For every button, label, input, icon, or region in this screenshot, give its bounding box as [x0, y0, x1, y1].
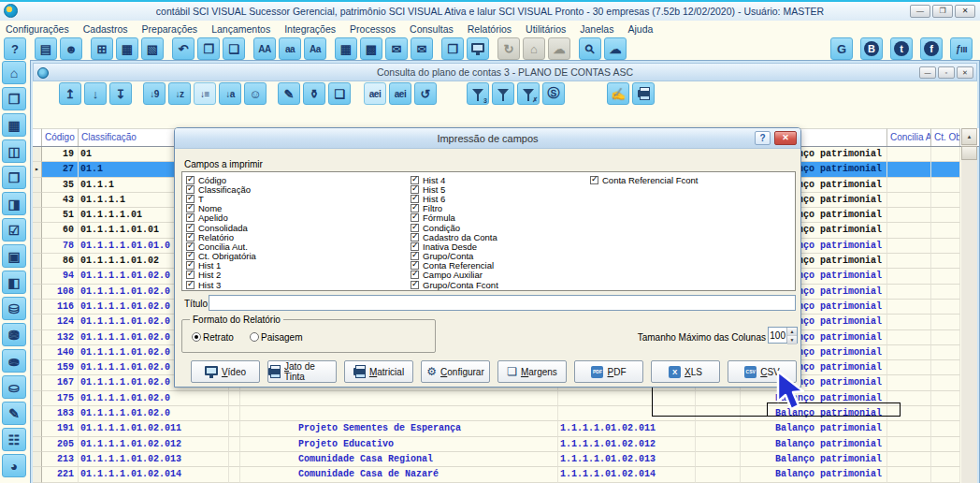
menu-cadastros[interactable]: Cadastros — [83, 23, 128, 35]
print-preview-button[interactable]: ▤ — [35, 37, 57, 60]
accent-on-button[interactable]: aei — [364, 82, 386, 105]
column-header-gutter[interactable] — [33, 128, 42, 146]
move-bottom-button[interactable]: ↧ — [109, 82, 132, 105]
field-checkbox-item[interactable]: Condição — [411, 223, 498, 232]
sort-numeric-button[interactable]: ↓9 — [143, 82, 166, 105]
column-header-code[interactable]: Código — [42, 128, 79, 146]
company-check-button[interactable]: ☑ — [2, 218, 26, 242]
field-checkbox-item[interactable]: Hist 6 — [411, 194, 498, 203]
report-edit-button[interactable]: ✍ — [607, 82, 629, 105]
stepper-up-icon[interactable]: ▲ — [787, 328, 797, 336]
menu-integracoes[interactable]: Integrações — [284, 23, 336, 35]
piggy-edit-button[interactable]: ✎ — [2, 402, 26, 425]
mail-send-button[interactable]: ✉ — [411, 37, 433, 60]
smiley-button[interactable]: ☺ — [244, 82, 267, 105]
field-checkbox-item[interactable]: Conta Referencial — [411, 261, 498, 271]
stepper-down-icon[interactable]: ▼ — [787, 336, 797, 344]
scroll-up-button[interactable]: ▲ — [961, 128, 977, 145]
table-row[interactable]: 21301.1.1.1.01.02.013Comunidade Casa Reg… — [33, 452, 979, 467]
field-checkbox-item[interactable]: Grupo/Conta — [411, 252, 498, 261]
help-button[interactable]: ? — [4, 37, 26, 60]
field-checkbox-item[interactable]: Código — [186, 175, 256, 184]
column-header-required[interactable]: Ct. Ob — [931, 128, 960, 146]
field-checkbox-item[interactable]: Hist 1 — [186, 261, 256, 271]
menu-ajuda[interactable]: Ajuda — [627, 23, 653, 35]
accent-off-button[interactable]: aei — [389, 82, 411, 105]
table-row[interactable]: 20501.1.1.1.01.02.012Projeto Educativo1.… — [33, 437, 979, 452]
checkbox-checked-icon[interactable] — [590, 176, 598, 184]
audit-button[interactable]: ☻ — [60, 37, 82, 60]
undo-button[interactable]: ↶ — [172, 37, 195, 60]
piggy-coin-button[interactable]: ⛀ — [2, 375, 26, 399]
titulo-input[interactable] — [209, 295, 796, 311]
paste-button[interactable]: ❏ — [223, 37, 245, 60]
field-checkbox-item[interactable]: Hist 4 — [411, 175, 498, 184]
calculator-button[interactable]: ⊞ — [91, 37, 113, 60]
field-checkbox-item[interactable]: Apelido — [186, 213, 256, 223]
field-checkbox-item[interactable]: Campo Auxiliar — [411, 271, 498, 280]
uppercase-button[interactable]: AA — [253, 37, 276, 60]
coins-button[interactable]: ⛁ — [2, 297, 26, 320]
xls-button[interactable]: XXLS — [651, 360, 720, 383]
inner-close-button[interactable]: ✕ — [957, 66, 973, 79]
menu-preparacoes[interactable]: Preparações — [142, 23, 198, 35]
grid-scrollbar[interactable]: ▲ — [961, 128, 977, 483]
radio-paisagem[interactable] — [250, 332, 259, 342]
copy-button[interactable]: ❐ — [197, 37, 220, 60]
calendar-button[interactable]: ▦ — [116, 37, 138, 60]
field-checkbox-item[interactable]: Classificação — [186, 184, 256, 194]
blogger-button[interactable]: B — [860, 37, 883, 60]
close-button[interactable]: ✕ — [955, 5, 975, 18]
spreadsheet-button[interactable]: ▦ — [335, 37, 357, 60]
new-document-button[interactable]: ❏ — [328, 82, 351, 105]
facebook-button[interactable]: f — [920, 37, 943, 60]
menu-utilitarios[interactable]: Utilitários — [526, 23, 566, 35]
cloud-sync-button[interactable]: ☁ — [604, 37, 627, 60]
company-button[interactable]: ▣ — [2, 244, 26, 268]
sort-alpha-box-button[interactable]: ↓a — [219, 82, 241, 105]
configurar-button[interactable]: ⚙Configurar — [421, 360, 490, 383]
field-checkbox-item[interactable]: Cadastro da Conta — [411, 232, 498, 242]
filter-button[interactable] — [492, 82, 514, 105]
company-report-button[interactable]: ◨ — [2, 192, 26, 215]
twitter-button[interactable]: t — [890, 37, 913, 60]
search-button[interactable]: ⚲ — [579, 37, 601, 60]
company-finance-button[interactable]: ◫ — [2, 139, 26, 163]
calendar-clock-button[interactable]: ▧ — [141, 37, 164, 60]
dialog-titlebar[interactable]: Impressão de campos ? ✕ — [175, 128, 800, 149]
field-checkbox-item[interactable]: T — [186, 194, 256, 203]
titlecase-button[interactable]: Aa — [304, 37, 326, 60]
field-checkbox-item[interactable]: Hist 2 — [186, 271, 256, 280]
margens-button[interactable]: ❏Margens — [497, 360, 567, 383]
field-checkbox-item[interactable]: Consolidada — [186, 223, 256, 232]
max-columns-stepper[interactable]: 100 ▲ ▼ — [768, 327, 798, 344]
field-checkbox-item[interactable]: Fórmula — [411, 213, 498, 223]
companies-button[interactable]: ❐ — [2, 166, 26, 189]
column-header-reconcile[interactable]: Concilia Aut. — [887, 128, 931, 146]
sci-web-button[interactable]: Ⓢ — [542, 82, 565, 105]
field-checkbox-item[interactable]: Hist 3 — [186, 280, 256, 289]
folder-button[interactable]: ❒ — [2, 87, 26, 110]
menu-lancamentos[interactable]: Lançamentos — [211, 23, 270, 35]
field-checkbox-item[interactable]: Relatório — [186, 232, 256, 242]
fluig-button[interactable]: ƒııı — [950, 37, 973, 60]
sort-list-button[interactable]: ↓≡ — [194, 82, 216, 105]
move-top-button[interactable]: ↥ — [59, 82, 81, 105]
table-row[interactable]: 22101.1.1.1.01.02.014Comunidade Casa de … — [33, 467, 979, 482]
field-checkbox-item[interactable]: Concilia Aut. — [186, 242, 256, 251]
edit-button[interactable]: ✎ — [278, 82, 300, 105]
pie-chart-button[interactable]: ◕ — [2, 454, 26, 477]
menu-consultas[interactable]: Consultas — [410, 23, 454, 35]
field-checkbox-item[interactable]: Nome — [186, 204, 256, 213]
vi-deo-button[interactable]: Vídeo — [191, 360, 260, 383]
field-checkbox-item[interactable]: Filtro — [411, 204, 498, 213]
home-finance-button[interactable]: ⌂ — [2, 61, 26, 84]
scroll-thumb[interactable] — [961, 146, 977, 160]
table-row[interactable]: 19101.1.1.1.01.02.011Projeto Sementes de… — [33, 421, 979, 436]
checkbox-checked-icon[interactable] — [411, 281, 419, 289]
checkbox-checked-icon[interactable] — [186, 281, 195, 289]
inner-restore-button[interactable]: ▫ — [938, 66, 955, 79]
revert-button[interactable]: ↺ — [414, 82, 437, 105]
inner-minimize-button[interactable]: — — [919, 66, 936, 79]
folder-button[interactable]: ❒ — [441, 37, 464, 60]
